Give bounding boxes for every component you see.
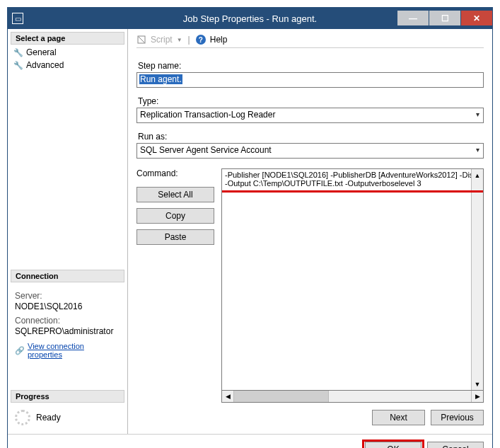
progress-header: Progress <box>11 390 124 403</box>
chevron-down-icon: ▼ <box>177 37 182 43</box>
main-panel: Script ▼ | ? Help Step name: Run agent. … <box>128 29 492 434</box>
run-as-label: Run as: <box>138 132 482 142</box>
command-label: Command: <box>136 168 214 178</box>
next-button[interactable]: Next <box>372 410 425 425</box>
scroll-thumb[interactable] <box>234 391 329 402</box>
scroll-right-icon[interactable]: ▶ <box>471 391 483 402</box>
cancel-button[interactable]: Cancel <box>427 442 484 448</box>
dialog-buttons: OK Cancel <box>8 434 492 448</box>
copy-button[interactable]: Copy <box>136 208 214 224</box>
server-label: Server: <box>15 291 120 301</box>
window-title: Job Step Properties - Run agent. <box>183 13 317 24</box>
view-connection-properties[interactable]: 🔗 View connection properties <box>15 342 120 359</box>
type-value: Replication Transaction-Log Reader <box>140 110 275 120</box>
paste-button[interactable]: Paste <box>136 229 214 245</box>
script-icon <box>136 35 146 45</box>
command-area: -Publisher [NODE1\SQL2016] -PublisherDB … <box>221 168 484 403</box>
step-name-input[interactable]: Run agent. <box>136 72 484 88</box>
connection-icon: 🔗 <box>15 346 25 355</box>
select-all-button[interactable]: Select All <box>136 187 214 202</box>
sidebar-item-label: General <box>26 47 57 57</box>
help-button[interactable]: Help <box>210 35 228 45</box>
run-as-select[interactable]: SQL Server Agent Service Account <box>136 143 484 159</box>
sidebar-item-label: Advanced <box>26 60 64 70</box>
horizontal-scrollbar[interactable]: ◀ ▶ <box>221 391 484 403</box>
maximize-button[interactable]: ☐ <box>429 11 460 26</box>
help-icon: ? <box>196 35 206 45</box>
scroll-track[interactable] <box>472 181 483 378</box>
sidebar: Select a page 🔧 General 🔧 Advanced Conne… <box>8 29 128 434</box>
maximize-icon: ☐ <box>441 13 449 23</box>
titlebar: ▭ Job Step Properties - Run agent. — ☐ ✕ <box>8 8 492 29</box>
script-dropdown[interactable]: Script <box>151 35 173 45</box>
select-page-header: Select a page <box>11 32 124 45</box>
step-nav-buttons: Next Previous <box>136 410 484 425</box>
command-buttons-column: Command: Select All Copy Paste <box>136 168 214 403</box>
dialog-body: Select a page 🔧 General 🔧 Advanced Conne… <box>8 29 492 434</box>
app-icon: ▭ <box>12 13 23 24</box>
connection-info: Server: NODE1\SQL2016 Connection: SQLREP… <box>11 284 124 362</box>
scroll-up-icon[interactable]: ▲ <box>472 169 483 181</box>
run-as-value: SQL Server Agent Service Account <box>140 145 272 155</box>
server-value: NODE1\SQL2016 <box>15 301 120 311</box>
vertical-scrollbar[interactable]: ▲ ▼ <box>471 169 483 390</box>
dialog-window: ▭ Job Step Properties - Run agent. — ☐ ✕… <box>7 7 493 448</box>
ok-button[interactable]: OK <box>365 442 421 448</box>
progress-spinner-icon <box>15 410 30 425</box>
minimize-icon: — <box>409 13 417 23</box>
progress-status-text: Ready <box>36 413 61 423</box>
close-icon: ✕ <box>473 13 480 23</box>
command-text: -Publisher [NODE1\SQL2016] -PublisherDB … <box>222 169 483 189</box>
wrench-icon: 🔧 <box>13 61 23 70</box>
scroll-down-icon[interactable]: ▼ <box>472 378 483 390</box>
window-controls: — ☐ ✕ <box>397 11 492 26</box>
progress-status-row: Ready <box>11 404 124 431</box>
step-name-value: Run agent. <box>139 74 182 84</box>
separator: | <box>188 35 190 45</box>
command-textarea[interactable]: -Publisher [NODE1\SQL2016] -PublisherDB … <box>221 168 484 391</box>
minimize-button[interactable]: — <box>397 11 429 26</box>
previous-button[interactable]: Previous <box>431 410 484 425</box>
step-name-label: Step name: <box>138 61 482 71</box>
toolbar: Script ▼ | ? Help <box>136 35 484 48</box>
type-label: Type: <box>138 96 482 106</box>
sidebar-item-general[interactable]: 🔧 General <box>11 46 124 59</box>
connection-value: SQLREPRO\administrator <box>15 326 120 336</box>
command-section: Command: Select All Copy Paste -Publishe… <box>136 168 484 403</box>
connection-label: Connection: <box>15 316 120 326</box>
view-connection-link[interactable]: View connection properties <box>28 342 120 359</box>
sidebar-item-advanced[interactable]: 🔧 Advanced <box>11 59 124 71</box>
close-button[interactable]: ✕ <box>460 11 492 26</box>
wrench-icon: 🔧 <box>13 48 23 57</box>
scroll-track[interactable] <box>234 391 471 402</box>
type-select[interactable]: Replication Transaction-Log Reader <box>136 108 484 123</box>
scroll-left-icon[interactable]: ◀ <box>222 391 234 402</box>
connection-header: Connection <box>11 270 124 282</box>
